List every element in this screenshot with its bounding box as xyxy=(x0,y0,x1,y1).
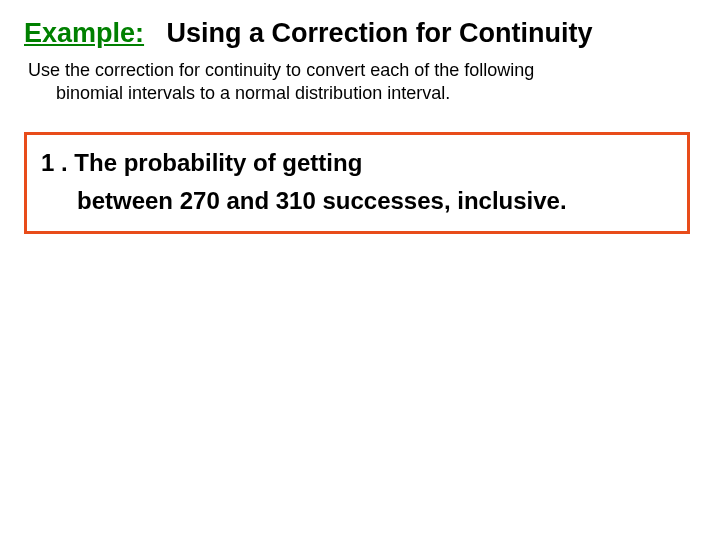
title-label: Example: xyxy=(24,18,144,48)
instruction-line2: binomial intervals to a normal distribut… xyxy=(28,82,656,105)
title-rest: Using a Correction for Continuity xyxy=(167,18,593,48)
problem-line1: 1 . The probability of getting xyxy=(41,149,673,177)
title-spacer xyxy=(152,18,167,48)
problem-box: 1 . The probability of getting between 2… xyxy=(24,132,690,234)
instruction-line1: Use the correction for continuity to con… xyxy=(28,60,534,80)
problem-line2: between 270 and 310 successes, inclusive… xyxy=(41,187,673,215)
slide-title: Example: Using a Correction for Continui… xyxy=(24,18,696,49)
instruction-text: Use the correction for continuity to con… xyxy=(24,59,696,104)
